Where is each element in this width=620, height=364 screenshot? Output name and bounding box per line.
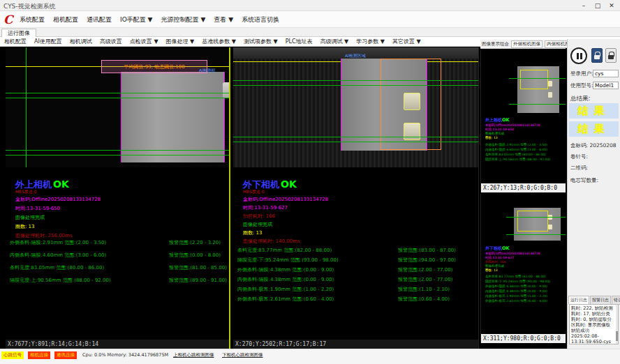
lock-button[interactable]: [591, 48, 603, 63]
tool-test-params[interactable]: 测试项参数 ▼: [244, 38, 278, 45]
tool-spot-check[interactable]: 点检设置 ▼: [130, 38, 158, 45]
warn-range-text: 预警范围:(81.00 - 85.00): [169, 264, 227, 271]
elapsed-line: 图像处理耗时: 140.00ms: [243, 238, 300, 245]
measurement-row: 隔膜宽度-上:90.56mm 范围:(88.00 - 92.00): [485, 158, 566, 161]
tool-image-processing[interactable]: 图像处理 ▼: [166, 38, 195, 45]
measurement-row: 条料宽度:83.05mm 范围:(80.00 - 86.00): [485, 153, 566, 156]
tab-run-image[interactable]: 运行图像: [1, 29, 36, 37]
login-user-field[interactable]: cys: [593, 70, 619, 77]
warn-range-text: 预警范围:(1.10 - 2.10): [398, 286, 450, 293]
menubar: C 系统配置 相机配置 通讯配置 IO手配置 ▼ 光源控制配置 ▼ 查看 ▼ 系…: [0, 11, 620, 28]
elapsed-line: 图像处理耗时: 256.00ms: [15, 232, 73, 239]
barcode-line: 盒标码:Offline20250208133134728: [485, 252, 540, 255]
tool-learning-params[interactable]: 学习参数 ▼: [356, 38, 385, 45]
measure-line: [506, 234, 566, 235]
preview-tab-outer[interactable]: 外侧相机图像: [511, 40, 542, 48]
camera-name: 外下相机: [485, 245, 502, 250]
tool-advanced-settings[interactable]: 高级设置: [100, 38, 122, 45]
warn-range-text: 预警范围:(89.00 - 91.00): [169, 277, 227, 284]
barcode-line: 盒标码:Offline20250208133134728: [243, 196, 328, 203]
menu-system-config[interactable]: 系统配置: [20, 15, 45, 24]
measure-text: 隔膜宽度-下:95.24mm 范围:(93.00 - 98.00): [485, 280, 550, 283]
tab-strip: 运行图像: [0, 28, 620, 37]
tab-highlight: [548, 81, 552, 86]
measure-text: 内侧条料-极耳:1.90mm 范围:(1.00 - 2.20): [485, 294, 547, 298]
pause-button[interactable]: [570, 47, 587, 64]
log-output[interactable]: 耗时: 222, 缺陷检测耗时: 17, 缺陷分类耗时: 0, 缺陷提取分区耗时…: [569, 304, 619, 344]
warn-range-text: 预警范围:(0.60 - 4.00): [398, 296, 450, 303]
left-camera-panel: 平均阈值:93, 动态阈值:100 AI检测框 外上相机OK MES发送:0 盒…: [6, 47, 230, 349]
cell-write-count-label: 电芯写数量:: [570, 177, 598, 184]
menu-camera-config[interactable]: 相机配置: [53, 15, 78, 24]
warn-range-text: 预警范围:(83.00 - 87.00): [398, 247, 456, 254]
tool-camera-config[interactable]: 相机配置: [4, 38, 27, 45]
measurement-row: 外侧条料-隔膜:4.38mm 范围:(0.00 - 9.00)预警范围:(2.0…: [237, 266, 479, 273]
process-done-line: 图像处理完成: [485, 264, 504, 268]
measure-line-3: [233, 137, 479, 137]
result-badge-1: 结果: [569, 103, 619, 119]
tool-advanced-debug[interactable]: 高级调试 ▼: [320, 38, 349, 45]
warn-range-text: 预警范围:(2.00 - 77.00): [398, 276, 452, 283]
ai-detect-label: AI检测框: [199, 68, 216, 74]
measure-text: 外侧条料-隔膜:4.38mm 范围:(0.00 - 9.00): [485, 285, 547, 288]
right-camera-image[interactable]: AI检测区域: [233, 47, 479, 167]
preview-panel-bottom[interactable]: 外下相机OK 盒标码:Offline20250208133134728 时间:1…: [480, 194, 566, 343]
box-barcode-line: 盒标码: 20250208: [570, 142, 617, 149]
measure-line-3: [6, 150, 230, 151]
menu-light-config[interactable]: 光源控制配置 ▼: [161, 15, 206, 24]
rounds-line: 圈数: 13: [15, 223, 35, 230]
lock-icon: [594, 55, 600, 59]
close-button[interactable]: ✕: [605, 0, 619, 11]
tool-camera-debug[interactable]: 相机调试: [70, 38, 92, 45]
measurement-row: 条料宽度:83.77mm 范围:(82.00 - 88.00): [485, 275, 566, 278]
log-scrollbar[interactable]: [616, 305, 618, 344]
measure-text: 条料宽度:83.77mm 范围:(82.00 - 88.00): [485, 275, 546, 278]
measure-line-2: [233, 85, 479, 86]
preview-panel-top[interactable]: 外上相机OK 盒标码:Offline20250208133134728 时间:1…: [480, 50, 566, 192]
tool-other-settings[interactable]: 其它设置 ▼: [392, 38, 421, 45]
warn-range-text: 预警范围:(0.00 - 8.00): [169, 252, 221, 259]
tool-ai-usage-config[interactable]: AI使用配置: [34, 38, 62, 45]
maximize-button[interactable]: □: [591, 0, 605, 11]
measurement-row: 内侧条料-极耳:1.90mm 范围:(1.00 - 2.20): [485, 294, 566, 298]
measure-text: 内侧条料-隔膜:4.38mm 范围:(0.00 - 9.00): [485, 289, 547, 293]
heartbeat-status-badge: 心跳信号: [1, 351, 24, 359]
tool-plc-address-table[interactable]: PLC地址表: [286, 38, 313, 45]
threshold-overlay-box: 平均阈值:93, 动态阈值:100: [101, 60, 207, 73]
warn-range-text: 预警范围:(94.00 - 97.00): [398, 257, 456, 264]
measurement-row: 隔膜宽度-下:95.24mm 范围:(93.00 - 98.00): [485, 280, 566, 283]
measure-text: 条料宽度:83.05mm 范围:(80.00 - 86.00): [10, 265, 104, 271]
menu-io-config[interactable]: IO手配置 ▼: [120, 15, 153, 24]
measure-text: 外侧条料-隔膜:4.38mm 范围:(0.00 - 9.00): [237, 267, 334, 273]
measurement-row: 外侧条料-隔膜:2.91mm 范围:(2.00 - 3.50)预警范围:(2.2…: [10, 239, 230, 246]
measure-text: 外侧条料-隔膜:2.91mm 范围:(2.00 - 3.50): [10, 240, 106, 245]
winding-needle-label: 卷针号:: [570, 153, 588, 160]
minimize-button[interactable]: –: [577, 0, 591, 11]
battery-cell-image: [121, 72, 225, 162]
camera-connection-badge: 相机连接: [28, 351, 50, 359]
barcode-line: 盒标码:Offline20250208133134728: [15, 196, 101, 203]
process-done-line: 图像处理完成: [243, 221, 272, 228]
process-done-line: 图像处理完成: [485, 132, 504, 135]
measure-text: 条料宽度:83.05mm 范围:(80.00 - 86.00): [485, 153, 546, 156]
sidebar: 登录用户: cys 使用型号: Model1 总结果: 结果 结果 盒标码: 2…: [567, 39, 620, 349]
rounds-line: 圈数: 13: [485, 268, 498, 272]
left-camera-image[interactable]: 平均阈值:93, 动态阈值:100 AI检测框: [6, 47, 230, 167]
unlock-icon: [608, 55, 614, 59]
unlock-button[interactable]: [605, 48, 617, 63]
lower-camera-heartbeat-link[interactable]: 下相机心跳检测图像: [222, 352, 263, 358]
mes-status: MES发送:0: [15, 189, 37, 195]
preview-tabs-label: 图像显示组合: [482, 41, 509, 47]
model-field[interactable]: Model1: [593, 82, 619, 89]
mes-status: MES发送:0: [243, 189, 265, 195]
upper-camera-heartbeat-link[interactable]: 上相机心跳检测图像: [173, 352, 214, 358]
log-line: 耗时: 222, 缺陷检测耗时: 17, 缺陷分类耗时: 0, 缺陷提取分区耗时…: [571, 305, 613, 333]
camera-name: 外上相机: [15, 179, 52, 190]
tool-baseline-params[interactable]: 基准线参数 ▼: [202, 38, 236, 45]
menu-view[interactable]: 查看 ▼: [214, 15, 233, 24]
statusbar: 心跳信号 相机连接 通讯连接 Cpu: 0.0% Memory: 3424.41…: [0, 349, 620, 364]
measurement-row: 内侧条料-隔膜:4.38mm 范围:(0.00 - 9.00): [485, 289, 566, 293]
menu-comm-config[interactable]: 通讯配置: [87, 15, 112, 24]
menu-language-switch[interactable]: 系统语言切换: [242, 15, 279, 24]
right-pixel-coordinate-bar: X:270;Y:2502;R:17;G:17;B:17: [233, 340, 478, 349]
